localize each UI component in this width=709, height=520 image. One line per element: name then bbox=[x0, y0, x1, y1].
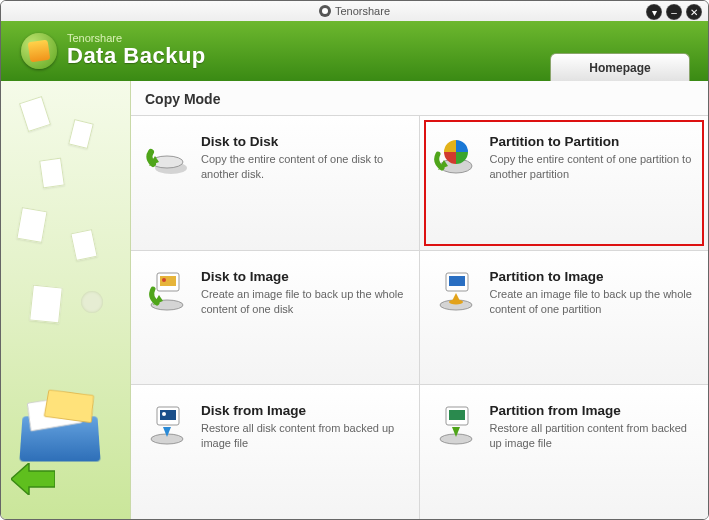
option-desc: Create an image file to back up the whol… bbox=[201, 287, 405, 317]
option-title: Partition from Image bbox=[490, 403, 695, 418]
option-desc: Restore all partition content from backe… bbox=[490, 421, 695, 451]
option-disk-to-image[interactable]: Disk to Image Create an image file to ba… bbox=[131, 250, 420, 385]
disk-to-disk-icon bbox=[145, 134, 189, 178]
product-name: Data Backup bbox=[67, 44, 206, 68]
disk-to-image-icon bbox=[145, 269, 189, 313]
tab-homepage[interactable]: Homepage bbox=[550, 53, 690, 81]
app-header: Tenorshare Data Backup Homepage bbox=[1, 21, 708, 81]
option-disk-from-image[interactable]: Disk from Image Restore all disk content… bbox=[131, 384, 420, 519]
option-desc: Create an image file to back up the whol… bbox=[490, 287, 695, 317]
svg-point-9 bbox=[162, 278, 166, 282]
svg-rect-13 bbox=[449, 276, 465, 286]
option-desc: Copy the entire content of one disk to a… bbox=[201, 152, 405, 182]
minimize-button[interactable]: – bbox=[666, 4, 682, 20]
svg-rect-23 bbox=[449, 410, 465, 420]
partition-to-image-icon bbox=[434, 269, 478, 313]
option-title: Disk to Disk bbox=[201, 134, 405, 149]
svg-marker-0 bbox=[11, 463, 55, 495]
option-title: Disk from Image bbox=[201, 403, 405, 418]
option-title: Partition to Partition bbox=[490, 134, 695, 149]
option-partition-to-partition[interactable]: Partition to Partition Copy the entire c… bbox=[420, 115, 709, 250]
partition-from-image-icon bbox=[434, 403, 478, 447]
close-button[interactable]: ✕ bbox=[686, 4, 702, 20]
back-button[interactable] bbox=[11, 463, 55, 499]
title: Tenorshare bbox=[319, 5, 390, 17]
brand-icon bbox=[319, 5, 331, 17]
box-illustration bbox=[19, 416, 100, 461]
section-title: Copy Mode bbox=[131, 81, 708, 115]
option-partition-from-image[interactable]: Partition from Image Restore all partiti… bbox=[420, 384, 709, 519]
sidebar bbox=[1, 81, 131, 519]
option-title: Partition to Image bbox=[490, 269, 695, 284]
option-partition-to-image[interactable]: Partition to Image Create an image file … bbox=[420, 250, 709, 385]
option-desc: Restore all disk content from backed up … bbox=[201, 421, 405, 451]
app-logo bbox=[21, 33, 57, 69]
svg-point-19 bbox=[162, 412, 166, 416]
options-grid: Disk to Disk Copy the entire content of … bbox=[131, 115, 708, 519]
option-desc: Copy the entire content of one partition… bbox=[490, 152, 695, 182]
option-title: Disk to Image bbox=[201, 269, 405, 284]
partition-to-partition-icon bbox=[434, 134, 478, 178]
titlebar: Tenorshare ▾ – ✕ bbox=[1, 1, 708, 21]
dropdown-button[interactable]: ▾ bbox=[646, 4, 662, 20]
option-disk-to-disk[interactable]: Disk to Disk Copy the entire content of … bbox=[131, 115, 420, 250]
brand-text: Tenorshare bbox=[335, 5, 390, 17]
disk-from-image-icon bbox=[145, 403, 189, 447]
svg-point-15 bbox=[449, 299, 463, 304]
